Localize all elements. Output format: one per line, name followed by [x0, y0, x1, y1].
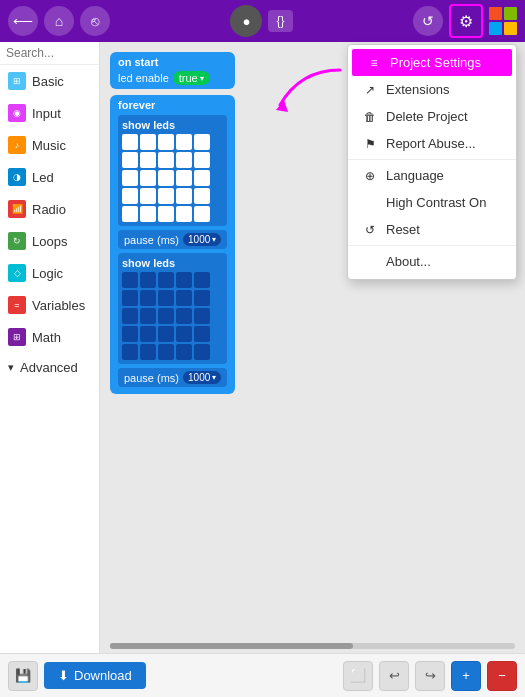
- gear-icon: ⚙: [459, 12, 473, 31]
- zoom-out-icon: −: [498, 668, 506, 683]
- show-leds-label-2: show leds: [122, 257, 223, 269]
- delete-icon: 🗑: [362, 110, 378, 124]
- led-grid-2: [122, 272, 223, 360]
- loops-icon: ↻: [8, 232, 26, 250]
- gear-button[interactable]: ⚙: [449, 4, 483, 38]
- zoom-out-button[interactable]: −: [487, 661, 517, 691]
- menu-item-report-abuse[interactable]: ⚑ Report Abuse...: [348, 130, 516, 157]
- sidebar-label-input: Input: [32, 106, 61, 121]
- show-leds-label-1: show leds: [122, 119, 223, 131]
- basic-icon: ⊞: [8, 72, 26, 90]
- microsoft-logo: [489, 7, 517, 35]
- sidebar: 🔍 ⊞ Basic ◉ Input ♪ Music ◑ Led: [0, 42, 100, 653]
- divider: [348, 159, 516, 160]
- block-show-leds-2[interactable]: show leds: [118, 253, 227, 364]
- project-settings-icon: ≡: [366, 56, 382, 70]
- led-grid-1: [122, 134, 223, 222]
- high-contrast-label: High Contrast On: [386, 195, 486, 210]
- redo-icon: ↪: [425, 668, 436, 683]
- sidebar-item-radio[interactable]: 📶 Radio: [0, 193, 99, 225]
- sidebar-item-logic[interactable]: ◇ Logic: [0, 257, 99, 289]
- sidebar-label-radio: Radio: [32, 202, 66, 217]
- save-file-icon: ⬜: [350, 668, 366, 683]
- led-icon: ◑: [8, 168, 26, 186]
- forever-label: forever: [118, 99, 227, 111]
- menu-item-delete-project[interactable]: 🗑 Delete Project: [348, 103, 516, 130]
- block-on-start[interactable]: on start led enable true ▾: [110, 52, 235, 89]
- pause-value-1: 1000 ▾: [183, 233, 221, 246]
- pause-label-2: pause (ms): [124, 372, 179, 384]
- block-pause-2[interactable]: pause (ms) 1000 ▾: [118, 368, 227, 387]
- pause-label-1: pause (ms): [124, 234, 179, 246]
- block-forever[interactable]: forever show leds pause (ms): [110, 95, 235, 394]
- sidebar-item-led[interactable]: ◑ Led: [0, 161, 99, 193]
- led-enable-row: led enable true ▾: [118, 71, 227, 85]
- sidebar-item-variables[interactable]: = Variables: [0, 289, 99, 321]
- back-icon: ⟵: [13, 13, 33, 29]
- menu-item-reset[interactable]: ↺ Reset: [348, 216, 516, 243]
- redo-button[interactable]: ↪: [415, 661, 445, 691]
- undo-icon: ↺: [422, 13, 434, 29]
- sidebar-item-math[interactable]: ⊞ Math: [0, 321, 99, 353]
- header-center: ● {}: [116, 5, 407, 37]
- variables-icon: =: [8, 296, 26, 314]
- code-icon: {}: [276, 14, 284, 28]
- menu-item-high-contrast[interactable]: High Contrast On: [348, 189, 516, 216]
- sidebar-label-music: Music: [32, 138, 66, 153]
- true-badge: true ▾: [173, 71, 210, 85]
- logic-icon: ◇: [8, 264, 26, 282]
- sidebar-item-input[interactable]: ◉ Input: [0, 97, 99, 129]
- share-button[interactable]: ⎋: [80, 6, 110, 36]
- scrollbar-thumb[interactable]: [110, 643, 353, 649]
- menu-item-project-settings[interactable]: ≡ Project Settings: [352, 49, 512, 76]
- back-button[interactable]: ⟵: [8, 6, 38, 36]
- block-pause-1[interactable]: pause (ms) 1000 ▾: [118, 230, 227, 249]
- home-icon: ⌂: [55, 13, 63, 29]
- sidebar-item-basic[interactable]: ⊞ Basic: [0, 65, 99, 97]
- zoom-in-icon: +: [462, 668, 470, 683]
- sidebar-item-loops[interactable]: ↻ Loops: [0, 225, 99, 257]
- pause-dropdown-icon: ▾: [212, 235, 216, 244]
- save-file-button[interactable]: ⬜: [343, 661, 373, 691]
- about-label: About...: [386, 254, 431, 269]
- code-view-button[interactable]: {}: [268, 10, 292, 32]
- sidebar-label-led: Led: [32, 170, 54, 185]
- sidebar-item-music[interactable]: ♪ Music: [0, 129, 99, 161]
- user-icon: ●: [242, 14, 250, 29]
- header: ⟵ ⌂ ⎋ ● {} ↺ ⚙ ≡ Project Settings: [0, 0, 525, 42]
- menu-item-extensions[interactable]: ↗ Extensions: [348, 76, 516, 103]
- music-icon: ♪: [8, 136, 26, 154]
- save-button[interactable]: 💾: [8, 661, 38, 691]
- search-input[interactable]: [6, 46, 100, 60]
- radio-icon: 📶: [8, 200, 26, 218]
- reset-label: Reset: [386, 222, 420, 237]
- blocks-container: on start led enable true ▾ forever show …: [110, 52, 235, 394]
- bottom-toolbar: 💾 ⬇ Download ⬜ ↩ ↪ + −: [0, 653, 525, 697]
- math-icon: ⊞: [8, 328, 26, 346]
- user-button[interactable]: ●: [230, 5, 262, 37]
- horizontal-scrollbar[interactable]: [110, 643, 515, 649]
- sidebar-item-advanced[interactable]: ▾ Advanced: [0, 353, 99, 382]
- save-icon: 💾: [15, 668, 31, 683]
- undo-header-button[interactable]: ↺: [413, 6, 443, 36]
- pause-value-2: 1000 ▾: [183, 371, 221, 384]
- led-enable-text: led enable: [118, 72, 169, 84]
- download-label: Download: [74, 668, 132, 683]
- pause-dropdown-icon-2: ▾: [212, 373, 216, 382]
- extensions-label: Extensions: [386, 82, 450, 97]
- report-abuse-label: Report Abuse...: [386, 136, 476, 151]
- download-icon: ⬇: [58, 668, 69, 683]
- menu-item-language[interactable]: ⊕ Language: [348, 162, 516, 189]
- zoom-in-button[interactable]: +: [451, 661, 481, 691]
- undo-button[interactable]: ↩: [379, 661, 409, 691]
- block-show-leds-1[interactable]: show leds: [118, 115, 227, 226]
- share-icon: ⎋: [91, 13, 99, 29]
- menu-item-about[interactable]: About...: [348, 248, 516, 275]
- sidebar-label-math: Math: [32, 330, 61, 345]
- language-icon: ⊕: [362, 169, 378, 183]
- divider2: [348, 245, 516, 246]
- dropdown-menu: ≡ Project Settings ↗ Extensions 🗑 Delete…: [347, 44, 517, 280]
- sidebar-label-basic: Basic: [32, 74, 64, 89]
- download-button[interactable]: ⬇ Download: [44, 662, 146, 689]
- home-button[interactable]: ⌂: [44, 6, 74, 36]
